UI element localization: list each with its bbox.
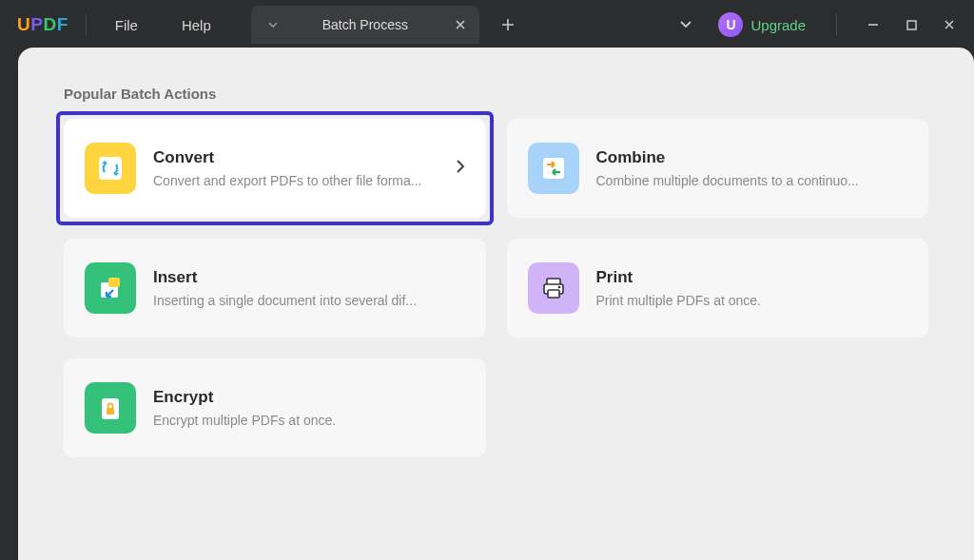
menubar: File Help xyxy=(104,17,223,33)
window-close-button[interactable] xyxy=(930,6,968,44)
card-desc: Convert and export PDFs to other file fo… xyxy=(153,173,438,188)
app-logo: U P D F xyxy=(17,14,68,35)
card-wrap-print: Print Print multiple PDFs at once. xyxy=(507,239,929,338)
menu-file[interactable]: File xyxy=(104,17,149,33)
tab-batch-process[interactable]: Batch Process xyxy=(251,6,479,44)
titlebar: U P D F File Help Batch Process U Upgrad… xyxy=(0,0,974,49)
card-print[interactable]: Print Print multiple PDFs at once. xyxy=(507,239,929,338)
logo-letter-f: F xyxy=(57,14,68,35)
card-wrap-encrypt: Encrypt Encrypt multiple PDFs at once. xyxy=(64,358,486,457)
card-combine[interactable]: Combine Combine multiple documents to a … xyxy=(507,119,929,218)
svg-point-8 xyxy=(557,286,560,289)
svg-rect-0 xyxy=(907,21,916,29)
tab-close-icon[interactable] xyxy=(447,11,474,38)
svg-rect-7 xyxy=(548,290,559,298)
svg-rect-10 xyxy=(107,408,114,415)
card-wrap-combine: Combine Combine multiple documents to a … xyxy=(507,119,929,218)
chevron-right-icon xyxy=(456,159,465,178)
main-panel: Popular Batch Actions Convert Convert xyxy=(18,48,974,560)
logo-letter-d: D xyxy=(43,14,56,35)
upgrade-button[interactable]: U Upgrade xyxy=(718,12,806,37)
card-title: Convert xyxy=(153,148,438,167)
svg-rect-4 xyxy=(108,278,120,287)
upgrade-badge: U xyxy=(718,12,743,37)
titlebar-dropdown-icon[interactable] xyxy=(667,6,705,44)
card-encrypt[interactable]: Encrypt Encrypt multiple PDFs at once. xyxy=(64,358,486,457)
card-wrap-convert: Convert Convert and export PDFs to other… xyxy=(64,119,486,218)
card-desc: Encrypt multiple PDFs at once. xyxy=(153,413,465,428)
card-convert[interactable]: Convert Convert and export PDFs to other… xyxy=(64,119,486,218)
logo-letter-p: P xyxy=(30,14,43,35)
combine-icon xyxy=(528,143,579,194)
logo-letter-u: U xyxy=(17,14,30,35)
separator xyxy=(86,14,87,35)
section-title: Popular Batch Actions xyxy=(64,86,928,102)
card-desc: Print multiple PDFs at once. xyxy=(596,293,908,308)
insert-icon xyxy=(85,262,136,314)
tab-dropdown-icon[interactable] xyxy=(263,14,283,35)
card-wrap-insert: Insert Inserting a single document into … xyxy=(64,239,486,338)
svg-rect-2 xyxy=(543,158,564,179)
menu-help[interactable]: Help xyxy=(170,17,223,33)
encrypt-icon xyxy=(85,382,136,434)
tab-label: Batch Process xyxy=(283,17,447,32)
card-insert[interactable]: Insert Inserting a single document into … xyxy=(64,239,486,338)
new-tab-button[interactable] xyxy=(489,6,527,44)
card-title: Insert xyxy=(153,268,465,287)
card-desc: Inserting a single document into several… xyxy=(153,293,465,308)
card-title: Combine xyxy=(596,148,908,167)
upgrade-label: Upgrade xyxy=(750,17,806,33)
window-maximize-button[interactable] xyxy=(892,6,930,44)
separator xyxy=(836,14,837,35)
print-icon xyxy=(528,262,579,314)
card-desc: Combine multiple documents to a continuo… xyxy=(596,173,908,188)
batch-actions-grid: Convert Convert and export PDFs to other… xyxy=(64,119,928,457)
convert-icon xyxy=(85,143,136,194)
card-title: Print xyxy=(596,268,908,287)
window-minimize-button[interactable] xyxy=(854,6,892,44)
card-title: Encrypt xyxy=(153,388,465,407)
